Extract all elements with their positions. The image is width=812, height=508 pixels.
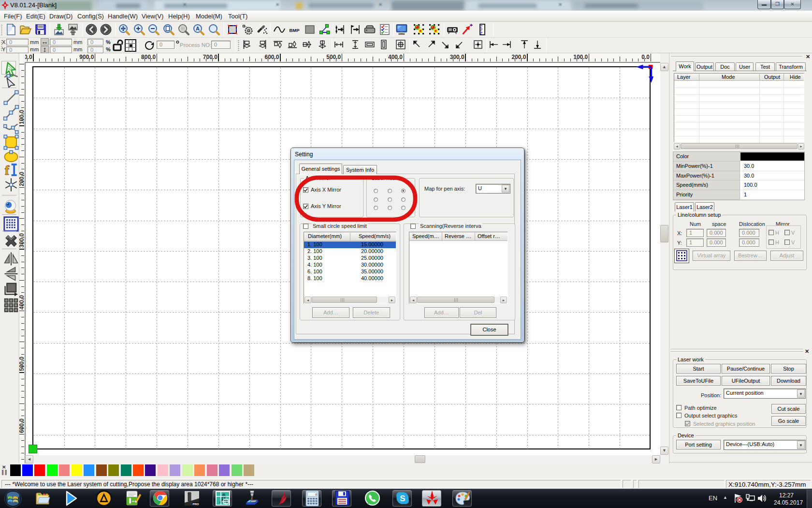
svg-text:S: S bbox=[400, 494, 405, 503]
svg-text:PRO: PRO bbox=[192, 503, 199, 506]
svg-text:A: A bbox=[196, 26, 200, 31]
svg-text:0: 0 bbox=[315, 493, 317, 496]
svg-text:BMP: BMP bbox=[289, 28, 300, 33]
svg-text:f: f bbox=[5, 163, 10, 178]
